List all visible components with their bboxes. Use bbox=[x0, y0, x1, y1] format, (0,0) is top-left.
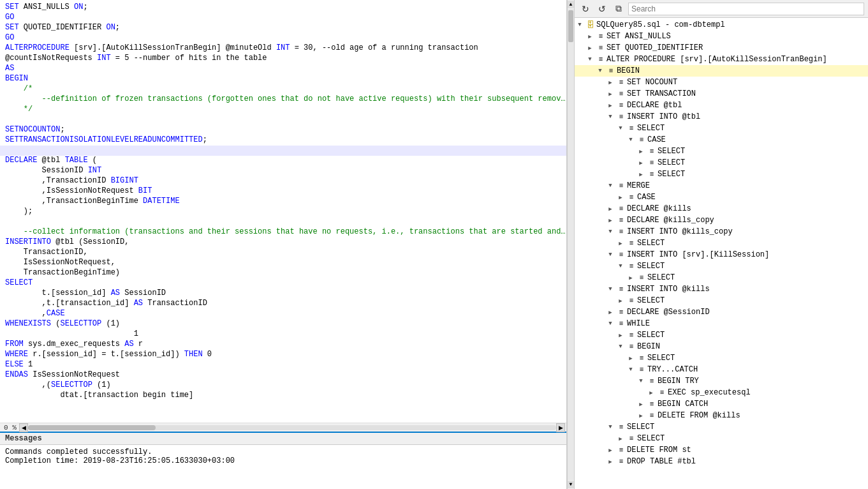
vscroll-track[interactable] bbox=[568, 9, 574, 480]
tree-toggle[interactable]: ▶ bbox=[615, 240, 626, 247]
tree-toggle[interactable]: ▼ bbox=[626, 366, 636, 373]
tree-toggle[interactable]: ▶ bbox=[626, 355, 636, 362]
tree-item[interactable]: ▼ ≡ INSERT INTO @tbl bbox=[575, 111, 868, 123]
tree-item[interactable]: ▶ ≡ SET NOCOUNT bbox=[575, 77, 868, 88]
tree-item[interactable]: ▶ ≡ SELECT bbox=[575, 433, 868, 444]
tree-item[interactable]: ▶ ≡ SET TRANSACTION bbox=[575, 88, 868, 100]
tree-item[interactable]: ▼ ≡ BEGIN bbox=[575, 341, 868, 352]
tree-item[interactable]: ▶ ≡ DECLARE @SessionID bbox=[575, 306, 868, 318]
stmt-icon: ≡ bbox=[646, 377, 658, 385]
tree-item[interactable]: ▶ ≡ EXEC sp_executesql bbox=[575, 387, 868, 398]
tree-toggle[interactable]: ▶ bbox=[605, 206, 615, 213]
tree-item[interactable]: ▼ ≡ INSERT INTO [srv].[KillSession] bbox=[575, 249, 868, 260]
editor-vscroll[interactable]: ▲ ▼ bbox=[567, 0, 575, 489]
tree-item[interactable]: ▼ ≡ INSERT INTO @kills bbox=[575, 283, 868, 295]
tree-root[interactable]: ▼ 🗄 SQLQuery85.sql - com-dbtempl bbox=[575, 19, 868, 31]
tree-item[interactable]: ▼ ≡ MERGE bbox=[575, 180, 868, 192]
copy-btn[interactable]: ⧉ bbox=[612, 2, 626, 16]
tree-item-label: DECLARE @kills_copy bbox=[627, 216, 714, 225]
tree-item[interactable]: ▶ ≡ SELECT bbox=[575, 157, 868, 169]
tree-toggle[interactable]: ▼ bbox=[615, 263, 626, 269]
tree-item[interactable]: ▶ ≡ SELECT bbox=[575, 237, 868, 249]
tree-item[interactable]: ▶ ≡ SELECT bbox=[575, 169, 868, 180]
tree-item[interactable]: ▶ ≡ DECLARE @kills bbox=[575, 203, 868, 214]
tree-item[interactable]: ▶ ≡ DELETE FROM @kills bbox=[575, 410, 868, 421]
tree-panel[interactable]: ▼ 🗄 SQLQuery85.sql - com-dbtempl ▶ ≡ SET… bbox=[575, 18, 868, 489]
tree-item[interactable]: ▶ ≡ SELECT bbox=[575, 295, 868, 306]
tree-toggle[interactable]: ▼ bbox=[626, 137, 636, 143]
vscroll-down-btn[interactable]: ▼ bbox=[568, 481, 574, 488]
tree-toggle[interactable]: ▼ bbox=[605, 320, 615, 327]
tree-toggle[interactable]: ▶ bbox=[605, 79, 615, 86]
tree-item[interactable]: ▼ ≡ SELECT bbox=[575, 421, 868, 433]
tree-item[interactable]: ▶ ≡ SELECT bbox=[575, 146, 868, 157]
tree-item[interactable]: ▼ ≡ ALTER PROCEDURE [srv].[AutoKillSessi… bbox=[575, 54, 868, 65]
refresh-btn[interactable]: ↻ bbox=[578, 2, 592, 16]
messages-content[interactable]: Commands completed successfully. Complet… bbox=[0, 445, 566, 489]
refresh2-btn[interactable]: ↺ bbox=[595, 2, 609, 16]
tree-toggle[interactable]: ▶ bbox=[615, 297, 626, 305]
tree-toggle[interactable]: ▶ bbox=[615, 332, 626, 339]
tree-item[interactable]: ▶ ≡ CASE bbox=[575, 192, 868, 203]
tree-item[interactable]: ▶ ≡ SELECT bbox=[575, 272, 868, 283]
tree-toggle[interactable]: ▶ bbox=[605, 102, 615, 109]
editor-content[interactable]: SET ANSI_NULLS ON;GOSET QUOTED_IDENTIFIE… bbox=[0, 0, 566, 423]
tree-item[interactable]: ▶ ≡ DELETE FROM st bbox=[575, 444, 868, 456]
tree-toggle[interactable]: ▶ bbox=[636, 160, 646, 167]
tree-item[interactable]: ▶ ≡ SET QUOTED_IDENTIFIER bbox=[575, 42, 868, 54]
tree-toggle[interactable]: ▼ bbox=[615, 125, 626, 132]
tree-toggle[interactable]: ▶ bbox=[605, 91, 615, 98]
tree-toggle[interactable]: ▶ bbox=[585, 33, 595, 40]
tree-toggle[interactable]: ▶ bbox=[636, 412, 646, 419]
vscroll-up-btn[interactable]: ▲ bbox=[568, 1, 574, 8]
tree-toggle[interactable]: ▶ bbox=[615, 194, 626, 201]
tree-item-label: SELECT bbox=[627, 423, 654, 432]
tree-toggle[interactable]: ▼ bbox=[585, 56, 595, 63]
tree-item[interactable]: ▼ ≡ INSERT INTO @kills_copy bbox=[575, 226, 868, 237]
tree-item[interactable]: ▼ ≡ CASE bbox=[575, 134, 868, 146]
tree-item[interactable]: ▼ ≡ BEGIN TRY bbox=[575, 375, 868, 387]
tree-toggle[interactable]: ▶ bbox=[605, 447, 615, 454]
tree-toggle[interactable]: ▼ bbox=[595, 68, 605, 74]
tree-toggle[interactable]: ▼ bbox=[605, 183, 615, 189]
tree-item[interactable]: ▼ ≡ SELECT bbox=[575, 260, 868, 272]
tree-toggle[interactable]: ▼ bbox=[615, 343, 626, 350]
tree-item[interactable]: ▶ ≡ DECLARE @tbl bbox=[575, 100, 868, 111]
scroll-left-btn[interactable]: ◀ bbox=[19, 423, 28, 432]
code-line: t.[session_id] AS SessionID bbox=[0, 289, 566, 299]
tree-item[interactable]: ▶ ≡ BEGIN CATCH bbox=[575, 398, 868, 410]
tree-toggle[interactable]: ▼ bbox=[605, 252, 615, 258]
tree-item[interactable]: ▶ ≡ DECLARE @kills_copy bbox=[575, 214, 868, 226]
tree-search-input[interactable] bbox=[628, 3, 864, 15]
tree-toggle[interactable]: ▶ bbox=[636, 171, 646, 178]
bottom-scrollbar[interactable]: 0 % ◀ ▶ bbox=[0, 423, 566, 432]
tree-toggle[interactable]: ▼ bbox=[636, 378, 646, 384]
tree-item[interactable]: ▼ ≡ TRY...CATCH bbox=[575, 364, 868, 375]
vscroll-thumb[interactable] bbox=[568, 10, 573, 42]
tree-toggle[interactable]: ▶ bbox=[636, 401, 646, 408]
scroll-right-btn[interactable]: ▶ bbox=[556, 423, 565, 432]
tree-item[interactable]: ▶ ≡ SELECT bbox=[575, 329, 868, 341]
tree-toggle[interactable]: ▶ bbox=[605, 309, 615, 316]
tree-toggle[interactable]: ▶ bbox=[626, 275, 636, 282]
tree-item[interactable]: ▶ ≡ SET ANSI_NULLS bbox=[575, 31, 868, 42]
tree-toggle[interactable]: ▶ bbox=[585, 45, 595, 52]
scroll-track[interactable] bbox=[28, 425, 556, 430]
tree-toggle[interactable]: ▶ bbox=[605, 217, 615, 224]
tree-item[interactable]: ▼ ≡ BEGIN bbox=[575, 65, 868, 77]
tree-item[interactable]: ▶ ≡ DROP TABLE #tbl bbox=[575, 456, 868, 467]
tree-toggle[interactable]: ▶ bbox=[646, 389, 656, 396]
tree-toggle[interactable]: ▼ bbox=[605, 114, 615, 120]
tree-toggle[interactable]: ▶ bbox=[615, 435, 626, 442]
tree-toggle[interactable]: ▼ bbox=[575, 22, 585, 28]
tree-toggle[interactable]: ▶ bbox=[636, 148, 646, 155]
tree-toggle[interactable]: ▼ bbox=[605, 229, 615, 235]
tree-item[interactable]: ▼ ≡ WHILE bbox=[575, 318, 868, 329]
tree-item-label: SELECT bbox=[658, 170, 685, 179]
tree-item[interactable]: ▼ ≡ SELECT bbox=[575, 123, 868, 134]
scroll-thumb[interactable] bbox=[28, 425, 156, 430]
tree-toggle[interactable]: ▼ bbox=[605, 286, 615, 292]
tree-toggle[interactable]: ▼ bbox=[605, 424, 615, 430]
tree-toggle[interactable]: ▶ bbox=[605, 458, 615, 465]
tree-item[interactable]: ▶ ≡ SELECT bbox=[575, 352, 868, 364]
